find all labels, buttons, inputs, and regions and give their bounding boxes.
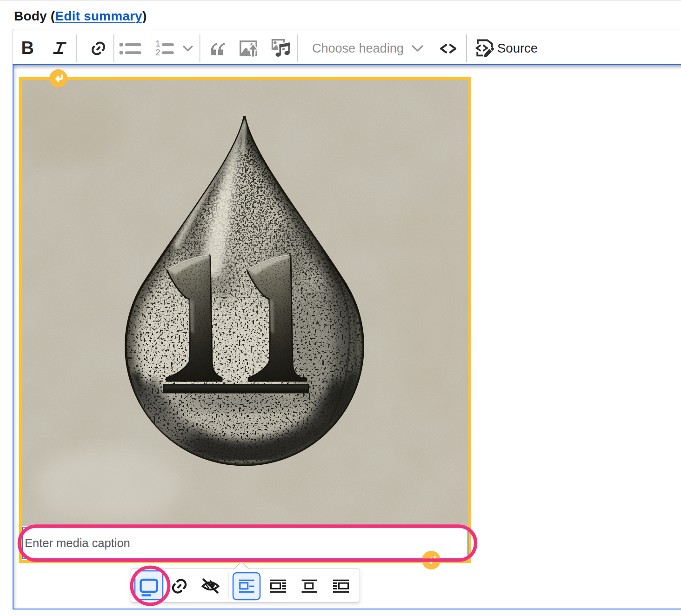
svg-text:B: B bbox=[21, 38, 34, 58]
svg-text:2: 2 bbox=[155, 47, 160, 57]
svg-text:Source: Source bbox=[497, 41, 538, 55]
svg-text:1: 1 bbox=[155, 39, 160, 48]
svg-text:Choose heading: Choose heading bbox=[312, 41, 404, 55]
